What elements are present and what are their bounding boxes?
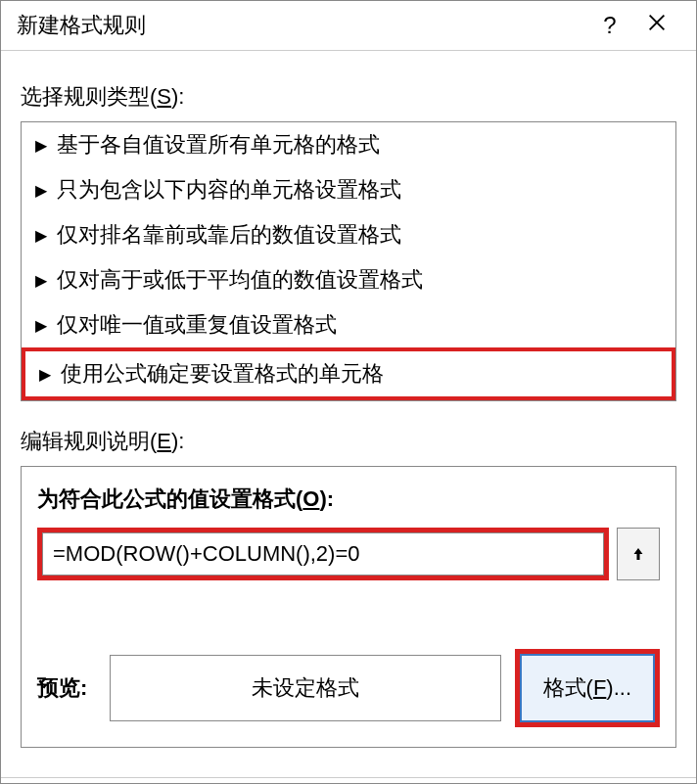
rule-item-label: 仅对高于或低于平均值的数值设置格式: [57, 265, 423, 295]
preview-label: 预览:: [37, 673, 96, 703]
collapse-icon: [629, 545, 647, 563]
bottom-button-bar: [1, 777, 696, 784]
rule-item-label: 只为包含以下内容的单元格设置格式: [57, 175, 401, 205]
rule-item-average[interactable]: ▶ 仅对高于或低于平均值的数值设置格式: [22, 257, 675, 302]
rule-item-cell-value[interactable]: ▶ 基于各自值设置所有单元格的格式: [22, 122, 675, 167]
format-button-highlight: 格式(F)...: [515, 649, 660, 727]
rule-item-rank[interactable]: ▶ 仅对排名靠前或靠后的数值设置格式: [22, 212, 675, 257]
rule-item-label: 使用公式确定要设置格式的单元格: [61, 359, 384, 389]
rule-item-label: 仅对排名靠前或靠后的数值设置格式: [57, 220, 401, 250]
rule-item-contains[interactable]: ▶ 只为包含以下内容的单元格设置格式: [22, 167, 675, 212]
format-button[interactable]: 格式(F)...: [520, 654, 655, 722]
marker-icon: ▶: [35, 316, 47, 335]
marker-icon: ▶: [35, 136, 47, 155]
marker-icon: ▶: [35, 181, 47, 200]
marker-icon: ▶: [39, 365, 51, 384]
help-icon[interactable]: ?: [586, 12, 633, 39]
collapse-dialog-button[interactable]: [617, 528, 660, 580]
close-icon[interactable]: [633, 12, 680, 39]
marker-icon: ▶: [35, 226, 47, 245]
rule-item-label: 基于各自值设置所有单元格的格式: [57, 130, 380, 160]
dialog-content: 选择规则类型(S): ▶ 基于各自值设置所有单元格的格式 ▶ 只为包含以下内容的…: [1, 51, 696, 760]
marker-icon: ▶: [35, 271, 47, 290]
formula-input[interactable]: [42, 532, 604, 576]
rule-item-unique[interactable]: ▶ 仅对唯一值或重复值设置格式: [22, 302, 675, 347]
formula-label: 为符合此公式的值设置格式(O):: [37, 484, 660, 514]
preview-row: 预览: 未设定格式 格式(F)...: [37, 649, 660, 727]
formula-row: [37, 528, 660, 580]
preview-box: 未设定格式: [110, 655, 501, 721]
new-format-rule-dialog: 新建格式规则 ? 选择规则类型(S): ▶ 基于各自值设置所有单元格的格式 ▶ …: [0, 0, 697, 784]
dialog-title: 新建格式规则: [17, 11, 586, 40]
edit-rule-label: 编辑规则说明(E):: [21, 427, 676, 456]
rule-type-label: 选择规则类型(S):: [21, 82, 676, 112]
rule-type-list: ▶ 基于各自值设置所有单元格的格式 ▶ 只为包含以下内容的单元格设置格式 ▶ 仅…: [21, 121, 676, 401]
edit-rule-box: 为符合此公式的值设置格式(O): 预览: 未设定格式 格式(F)...: [21, 466, 676, 748]
rule-item-label: 仅对唯一值或重复值设置格式: [57, 310, 337, 340]
formula-input-highlight: [37, 528, 609, 580]
titlebar: 新建格式规则 ?: [1, 1, 696, 51]
rule-item-formula[interactable]: ▶ 使用公式确定要设置格式的单元格: [22, 347, 675, 400]
